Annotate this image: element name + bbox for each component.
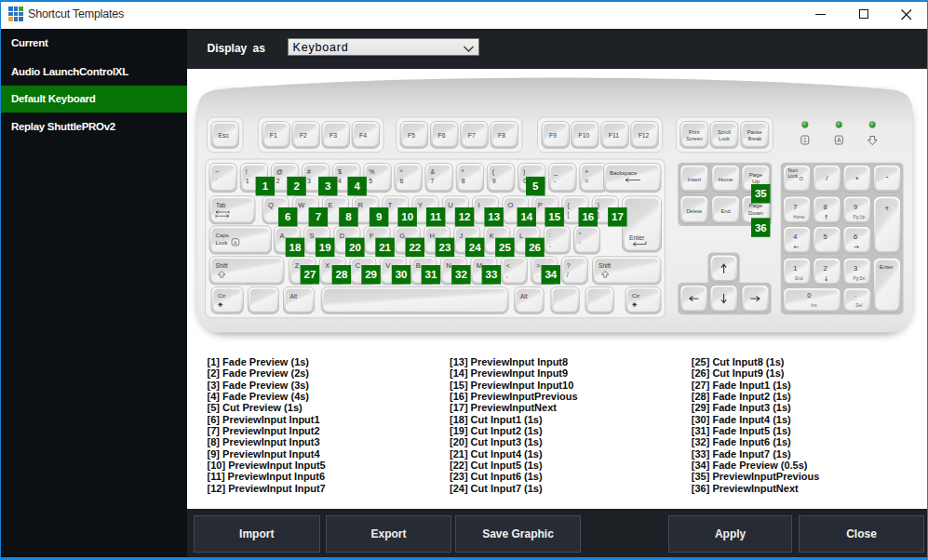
svg-text:35: 35: [755, 188, 767, 199]
svg-text:4: 4: [354, 180, 360, 192]
svg-text:Home: Home: [719, 177, 733, 182]
svg-text:Esc: Esc: [219, 132, 230, 139]
svg-text:6: 6: [399, 178, 403, 184]
svg-text:V: V: [385, 261, 390, 270]
svg-text:I: I: [477, 201, 479, 209]
svg-text:End: End: [720, 208, 730, 214]
svg-text:+: +: [884, 204, 889, 213]
svg-text:34: 34: [545, 269, 557, 280]
svg-text:31: 31: [425, 269, 437, 280]
svg-text:Insert: Insert: [688, 177, 702, 182]
svg-text:R: R: [358, 201, 364, 209]
svg-text:12: 12: [459, 211, 471, 222]
svg-text:Lock: Lock: [719, 136, 730, 141]
svg-text:10: 10: [401, 211, 413, 222]
svg-text:B: B: [416, 261, 421, 270]
svg-text:$: $: [338, 168, 342, 175]
svg-text:Scroll: Scroll: [718, 129, 731, 135]
svg-text:C: C: [356, 261, 361, 270]
svg-text:Caps: Caps: [216, 232, 229, 238]
svg-text:Enter: Enter: [629, 234, 645, 241]
svg-text:A: A: [279, 232, 284, 240]
svg-text:23: 23: [439, 242, 451, 253]
svg-text:G: G: [399, 232, 405, 240]
svg-text:Break: Break: [747, 136, 761, 141]
svg-text:32: 32: [455, 269, 467, 280]
svg-text:13: 13: [488, 211, 500, 222]
svg-text:8: 8: [462, 178, 465, 184]
svg-text:Home: Home: [793, 215, 805, 220]
svg-text:F11: F11: [609, 132, 619, 139]
svg-text:16: 16: [582, 211, 594, 222]
svg-text:Print: Print: [689, 129, 700, 135]
svg-text:4: 4: [338, 178, 342, 184]
svg-text:Alt: Alt: [290, 293, 298, 300]
svg-text:L: L: [519, 232, 523, 240]
svg-text:Pg Up: Pg Up: [854, 215, 866, 220]
svg-text:D: D: [340, 232, 345, 240]
svg-text:5: 5: [532, 180, 539, 192]
svg-text:18: 18: [289, 242, 302, 253]
svg-text:*: *: [855, 175, 859, 184]
svg-text:Ctr: Ctr: [632, 292, 639, 299]
svg-text:Ins: Ins: [811, 303, 817, 308]
svg-text:<: <: [506, 262, 510, 269]
svg-text:`: `: [215, 178, 217, 184]
svg-text:24: 24: [469, 242, 481, 253]
svg-text:F9: F9: [549, 132, 557, 139]
svg-text:33: 33: [486, 269, 498, 280]
svg-text:Enter: Enter: [880, 263, 894, 270]
svg-text:8: 8: [345, 211, 352, 222]
svg-text:14: 14: [520, 211, 532, 222]
svg-text:5: 5: [824, 233, 827, 241]
svg-text:U: U: [448, 201, 452, 209]
svg-text:30: 30: [396, 269, 408, 280]
svg-text:2: 2: [824, 264, 827, 273]
svg-text:M: M: [477, 261, 482, 270]
svg-text:Shift: Shift: [598, 262, 611, 269]
svg-text::: :: [549, 232, 551, 238]
svg-text:Alt: Alt: [520, 293, 528, 300]
svg-text:*: *: [462, 168, 464, 175]
svg-text:Ctr: Ctr: [218, 292, 225, 299]
svg-text:Backspace: Backspace: [610, 170, 638, 176]
svg-text:Lock: Lock: [216, 239, 229, 246]
svg-text:H: H: [429, 232, 434, 240]
svg-text:Up: Up: [752, 178, 760, 184]
svg-text:1: 1: [246, 178, 249, 184]
svg-text:End: End: [795, 276, 803, 281]
svg-text:36: 36: [755, 222, 767, 233]
svg-text:.: .: [536, 272, 538, 278]
svg-text:Screen: Screen: [686, 136, 703, 141]
svg-text:Pause: Pause: [747, 129, 762, 135]
svg-text:17: 17: [612, 211, 624, 222]
svg-text:8: 8: [824, 203, 827, 211]
svg-text:N: N: [446, 261, 451, 270]
svg-text:9: 9: [854, 203, 857, 211]
svg-text:Delete: Delete: [686, 208, 702, 214]
svg-text:J: J: [460, 232, 464, 240]
svg-text:F: F: [370, 232, 374, 240]
svg-text:O: O: [508, 201, 514, 209]
svg-text:%: %: [369, 168, 374, 175]
svg-text:7: 7: [431, 178, 435, 184]
svg-text:9: 9: [376, 211, 382, 222]
svg-text:Shift: Shift: [216, 262, 228, 269]
svg-text:.: .: [854, 290, 856, 299]
svg-text:-: -: [886, 172, 889, 181]
svg-text:Del: Del: [856, 303, 863, 308]
svg-text:Page: Page: [749, 171, 763, 178]
svg-text:F1: F1: [270, 132, 277, 139]
svg-text:): ): [523, 168, 525, 176]
svg-text:F3: F3: [330, 132, 337, 139]
svg-text:,: ,: [506, 272, 508, 278]
svg-text:X: X: [325, 261, 330, 270]
svg-text:;: ;: [549, 241, 551, 247]
svg-text:F7: F7: [468, 132, 476, 139]
svg-text:Down: Down: [748, 209, 763, 216]
svg-text:✳: ✳: [218, 301, 223, 308]
svg-text:Pg Dn: Pg Dn: [854, 276, 866, 281]
svg-text:Tab: Tab: [216, 202, 226, 208]
svg-text:6: 6: [285, 211, 290, 222]
svg-text:Z: Z: [295, 261, 300, 270]
